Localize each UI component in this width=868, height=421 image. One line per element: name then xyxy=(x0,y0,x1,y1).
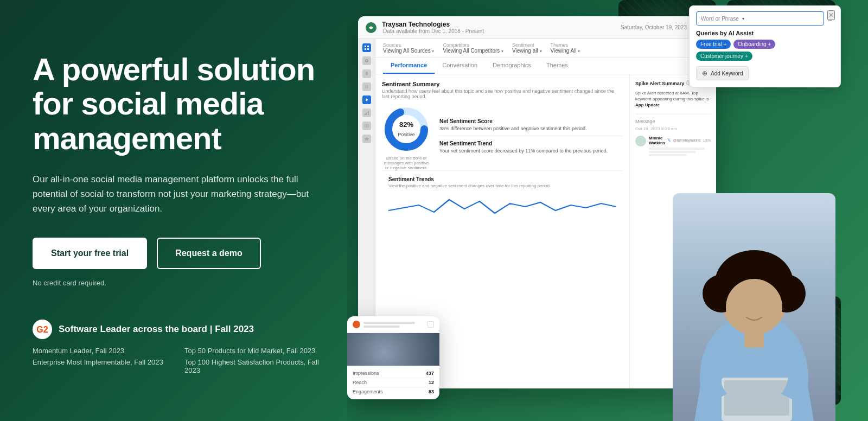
sentiment-title: Sentiment Summary xyxy=(382,81,623,87)
brand-logo-icon xyxy=(366,22,376,33)
svg-marker-12 xyxy=(366,98,368,101)
message-content: Minnie Watkins 𝕏 @minniewatkins 139k xyxy=(649,136,711,156)
dashboard-date: Saturday, October 19, 2023 xyxy=(621,24,687,30)
sentiment-desc: Understand how users feel about this top… xyxy=(382,88,623,99)
nav-chart-icon[interactable] xyxy=(362,109,371,117)
message-label: Message xyxy=(635,119,711,124)
filter-competitors-label: Competitors xyxy=(443,42,503,48)
svg-rect-31 xyxy=(724,380,789,416)
ai-popup-label: Queries by AI Assist xyxy=(696,30,834,36)
message-author-name: Minnie Watkins xyxy=(649,136,665,145)
nav-settings-icon[interactable] xyxy=(362,56,371,65)
hero-description: Our all-in-one social media management p… xyxy=(33,172,320,216)
filter-themes-arrow: ▾ xyxy=(578,49,580,54)
svg-rect-14 xyxy=(366,112,367,115)
sentiment-visualization: 82% Positive Based on the 56% of message… xyxy=(382,105,623,170)
message-followers: 139k xyxy=(703,138,711,142)
ai-search-text: Word or Phrase xyxy=(701,16,739,22)
filter-themes[interactable]: Themes Viewing All ▾ xyxy=(551,42,580,54)
svg-rect-29 xyxy=(744,331,764,348)
ai-search-dropdown-icon: ▾ xyxy=(742,16,744,21)
demo-button[interactable]: Request a demo xyxy=(157,238,261,269)
filter-competitors-value: Viewing All Competitors xyxy=(443,48,500,54)
svg-rect-5 xyxy=(365,48,366,50)
ai-tag-plus-icon: + xyxy=(768,41,771,47)
hero-right: Traysan Technologies Data available from… xyxy=(347,0,868,421)
net-trend-title: Net Sentiment Trend xyxy=(439,141,623,146)
ai-search-row: Word or Phrase ▾ 🗑 xyxy=(696,11,834,25)
ai-tags-row: Free trial + Onboarding + Customer journ… xyxy=(696,40,834,61)
filter-competitors-arrow: ▾ xyxy=(501,49,503,54)
mobile-card-header xyxy=(347,316,439,333)
award-item: Top 100 Highest Satisfaction Products, F… xyxy=(184,358,320,374)
ai-tag-free-trial[interactable]: Free trial + xyxy=(696,40,731,49)
filter-sentiment-label: Sentiment xyxy=(512,42,541,48)
svg-point-17 xyxy=(366,125,367,126)
filter-sources-value: Viewing All Sources xyxy=(383,48,431,54)
donut-chart: 82% Positive xyxy=(382,105,431,154)
net-score-title: Net Sentiment Score xyxy=(439,118,623,124)
trend-desc: View the positive and negative sentiment… xyxy=(388,183,616,188)
tab-demographics[interactable]: Demographics xyxy=(485,58,539,74)
spike-alert-text: Spike Alert detected at 8AM. Top keyword… xyxy=(635,90,711,109)
ai-add-icon: ⊕ xyxy=(702,69,707,77)
filter-sentiment-value: Viewing all xyxy=(512,48,538,54)
svg-point-7 xyxy=(366,60,368,62)
mobile-stats-card: Impressions 437 Reach 12 Engagements 83 xyxy=(347,316,439,399)
trial-button[interactable]: Start your free trial xyxy=(33,238,147,269)
hero-left: A powerful solution for social media man… xyxy=(0,0,347,421)
stat-engagements: Engagements 83 xyxy=(353,387,434,396)
stat-label-engagements: Engagements xyxy=(353,389,383,394)
filter-sentiment-arrow: ▾ xyxy=(540,49,542,54)
stat-value-engagements: 83 xyxy=(429,389,434,394)
mobile-expand-icon[interactable] xyxy=(427,321,434,328)
g2-logo-icon: G2 xyxy=(33,320,52,339)
ai-assist-popup: ✕ Word or Phrase ▾ 🗑 Queries by AI Assis… xyxy=(689,5,841,87)
filter-competitors[interactable]: Competitors Viewing All Competitors ▾ xyxy=(443,42,503,54)
mobile-image-content xyxy=(347,333,439,366)
person-photo xyxy=(673,193,835,421)
mobile-brand-logo-icon xyxy=(353,321,360,328)
filter-sentiment[interactable]: Sentiment Viewing all ▾ xyxy=(512,42,541,54)
filter-themes-label: Themes xyxy=(551,42,580,48)
tab-performance[interactable]: Performance xyxy=(383,58,435,74)
nav-bell-icon[interactable] xyxy=(362,69,371,78)
hero-container: A powerful solution for social media man… xyxy=(0,0,868,421)
filter-sources[interactable]: Sources Viewing All Sources ▾ xyxy=(383,42,434,54)
g2-header: G2 Software Leader across the board | Fa… xyxy=(33,320,320,339)
dashboard-tabs: Performance Conversation Demographics Th… xyxy=(375,58,716,74)
ai-tag-customer-journey[interactable]: Customer journey + xyxy=(696,52,752,61)
dashboard-topbar: Traysan Technologies Data available from… xyxy=(358,16,716,39)
tab-conversation[interactable]: Conversation xyxy=(435,58,485,74)
awards-section: G2 Software Leader across the board | Fa… xyxy=(33,320,320,374)
svg-rect-15 xyxy=(368,111,369,115)
message-entry: Minnie Watkins 𝕏 @minniewatkins 139k xyxy=(635,136,711,156)
person-silhouette xyxy=(673,193,835,421)
tab-themes[interactable]: Themes xyxy=(539,58,576,74)
nav-home-icon[interactable] xyxy=(362,43,371,52)
mobile-bar-decoration xyxy=(363,322,415,324)
trend-chart xyxy=(388,192,616,219)
svg-rect-4 xyxy=(367,46,369,47)
hero-title: A powerful solution for social media man… xyxy=(33,52,320,156)
nav-eye-icon[interactable] xyxy=(362,122,371,130)
ai-add-keyword-button[interactable]: ⊕ Add Keyword xyxy=(696,66,749,80)
nav-list-icon[interactable] xyxy=(362,82,371,91)
ai-tag-plus-icon: + xyxy=(723,41,726,47)
donut-percentage: 82% xyxy=(398,120,415,129)
nav-star-icon[interactable] xyxy=(362,135,371,143)
ai-tag-plus-icon: + xyxy=(745,53,748,59)
awards-grid: Momentum Leader, Fall 2023 Top 50 Produc… xyxy=(33,347,320,374)
nav-play-icon[interactable] xyxy=(362,95,371,104)
stat-label-reach: Reach xyxy=(353,380,367,385)
ai-search-field[interactable]: Word or Phrase ▾ xyxy=(696,11,824,25)
mobile-stats: Impressions 437 Reach 12 Engagements 83 xyxy=(347,366,439,399)
mobile-header-bars xyxy=(363,322,424,328)
mobile-card-image xyxy=(347,333,439,366)
donut-word: Positive xyxy=(398,132,415,137)
ai-popup-close-button[interactable]: ✕ xyxy=(827,10,835,20)
dashboard-filters: Sources Viewing All Sources ▾ Competitor… xyxy=(375,39,716,58)
ai-tag-onboarding[interactable]: Onboarding + xyxy=(733,40,775,49)
svg-point-28 xyxy=(726,279,782,335)
donut-note: Based on the 56% of messages with positi… xyxy=(382,156,431,170)
